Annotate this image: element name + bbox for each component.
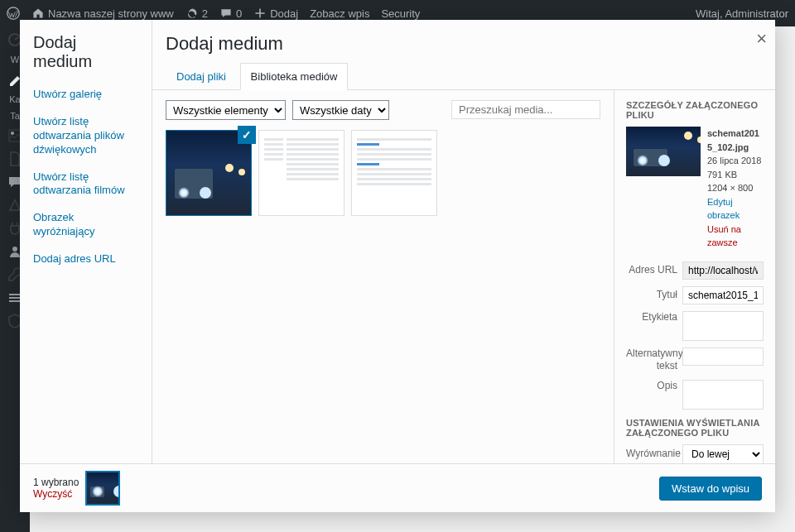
media-router: Dodaj pliki Biblioteka mediów	[152, 63, 775, 90]
home-icon	[31, 7, 45, 20]
updates-count: 2	[202, 7, 208, 20]
caption-field[interactable]	[682, 311, 764, 341]
attachment-item[interactable]	[258, 130, 344, 216]
comments-link[interactable]: 0	[219, 7, 242, 20]
filter-type-select[interactable]: Wszystkie elementy	[166, 100, 286, 120]
svg-point-3	[12, 247, 17, 252]
display-heading: USTAWIENIA WYŚWIETLANIA ZAŁĄCZONEGO PLIK…	[626, 418, 764, 438]
align-label: Wyrównanie	[626, 448, 677, 461]
media-toolbar-filters: Wszystkie elementy Wszystkie daty	[166, 100, 600, 120]
create-audio-playlist-link[interactable]: Utwórz listę odtwarzania plików dźwiękow…	[20, 108, 152, 164]
comments-count: 0	[236, 7, 242, 20]
wp-logo[interactable]	[7, 7, 20, 20]
details-heading: SZCZEGÓŁY ZAŁĄCZONEGO PLIKU	[626, 100, 764, 120]
updates-link[interactable]: 2	[186, 7, 208, 20]
security-link[interactable]: Security	[381, 7, 420, 20]
details-filesize: 791 KB	[707, 168, 764, 182]
media-menu-title: Dodaj medium	[20, 33, 152, 81]
media-frame-content: × Dodaj medium Dodaj pliki Biblioteka me…	[152, 20, 775, 463]
title-label: Tytuł	[626, 289, 677, 302]
site-name-link[interactable]: Nazwa naszej strony www	[31, 7, 174, 20]
add-new-label: Dodaj	[270, 7, 298, 20]
delete-permanently-link[interactable]: Usuń na zawsze	[707, 223, 764, 250]
attachment-details: SZCZEGÓŁY ZAŁĄCZONEGO PLIKU schemat2015_…	[614, 90, 775, 463]
site-name: Nazwa naszej strony www	[48, 7, 174, 20]
featured-image-link[interactable]: Obrazek wyróżniający	[20, 204, 152, 246]
svg-rect-4	[9, 294, 21, 295]
plus-icon	[253, 7, 267, 20]
update-icon	[186, 7, 199, 20]
media-frame-title: Dodaj medium	[152, 20, 775, 63]
create-gallery-link[interactable]: Utwórz galerię	[20, 81, 152, 108]
clear-selection-link[interactable]: Wyczyść	[33, 488, 72, 500]
attachment-item[interactable]	[166, 130, 252, 216]
edit-image-link[interactable]: Edytuj obrazek	[707, 195, 764, 223]
media-frame-toolbar: 1 wybrano Wyczyść Wstaw do wpisu	[20, 463, 775, 512]
tab-library[interactable]: Biblioteka mediów	[240, 63, 349, 90]
selected-count: 1 wybrano	[33, 477, 79, 488]
add-new-link[interactable]: Dodaj	[253, 7, 298, 20]
media-frame-menu: Dodaj medium Utwórz galerię Utwórz listę…	[20, 20, 152, 463]
attachments-browser: Wszystkie elementy Wszystkie daty	[152, 90, 614, 463]
attachments-grid	[166, 130, 600, 216]
search-input[interactable]	[451, 100, 600, 119]
details-filename: schemat2015_102.jpg	[707, 127, 764, 154]
insert-button[interactable]: Wstaw do wpisu	[659, 477, 762, 501]
title-field[interactable]	[682, 286, 764, 304]
caption-label: Etykieta	[626, 311, 677, 324]
view-post-link[interactable]: Zobacz wpis	[310, 7, 369, 20]
details-dimensions: 1204 × 800	[707, 181, 764, 195]
media-modal: Dodaj medium Utwórz galerię Utwórz listę…	[20, 20, 775, 512]
filter-date-select[interactable]: Wszystkie daty	[292, 100, 389, 120]
close-button[interactable]: ×	[756, 28, 767, 50]
check-icon[interactable]	[238, 126, 256, 144]
details-thumbnail	[626, 127, 701, 176]
svg-point-2	[11, 132, 14, 135]
alt-field[interactable]	[682, 347, 764, 366]
svg-rect-6	[9, 300, 21, 302]
align-select[interactable]: Do lewej	[682, 444, 764, 463]
alt-label: Alternatywny tekst	[626, 347, 677, 373]
tab-upload[interactable]: Dodaj pliki	[166, 63, 237, 90]
url-field[interactable]	[682, 261, 764, 280]
details-date: 26 lipca 2018	[707, 154, 764, 168]
selection-thumb[interactable]	[87, 472, 118, 504]
create-video-playlist-link[interactable]: Utwórz listę odtwarzania filmów	[20, 164, 152, 205]
desc-field[interactable]	[682, 380, 764, 410]
desc-label: Opis	[626, 380, 677, 393]
selection-info: 1 wybrano Wyczyść	[33, 472, 118, 504]
url-label: Adres URL	[626, 264, 677, 277]
svg-rect-5	[9, 297, 21, 299]
insert-from-url-link[interactable]: Dodaj adres URL	[20, 246, 152, 273]
attachment-item[interactable]	[351, 130, 437, 216]
greeting[interactable]: Witaj, Administrator	[696, 7, 788, 20]
comment-icon	[219, 7, 233, 20]
